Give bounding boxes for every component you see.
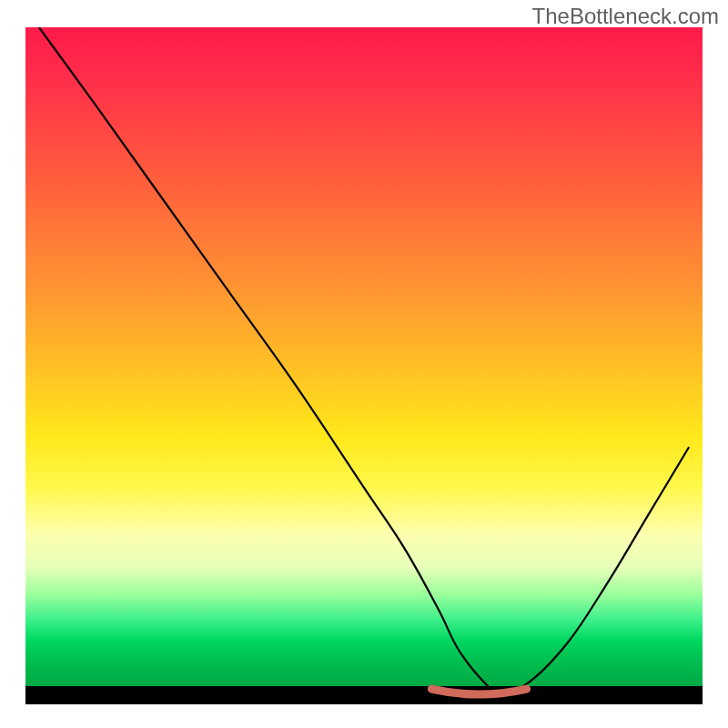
plot-frame	[25, 27, 703, 704]
chart-overlay	[25, 27, 703, 704]
chart-container: TheBottleneck.com	[0, 0, 728, 728]
watermark-text: TheBottleneck.com	[532, 4, 719, 29]
valley-marker	[431, 689, 526, 694]
series-curve	[39, 27, 689, 691]
